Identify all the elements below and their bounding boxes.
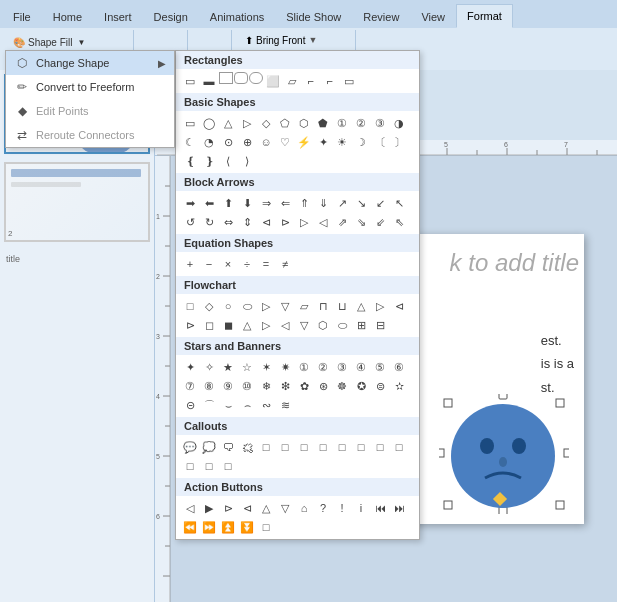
shape-item[interactable]: ⇓	[314, 194, 332, 212]
bring-front-arrow[interactable]: ▼	[308, 35, 317, 45]
shape-item[interactable]: ↙	[371, 194, 389, 212]
shape-item[interactable]: △	[219, 114, 237, 132]
shape-item[interactable]: ⚡	[295, 133, 313, 151]
shape-item[interactable]: =	[257, 255, 275, 273]
shape-item[interactable]: ⊛	[314, 377, 332, 395]
shape-item[interactable]: ⇒	[257, 194, 275, 212]
shape-item[interactable]: ⑥	[390, 358, 408, 376]
shape-item[interactable]: ◁	[181, 499, 199, 517]
shape-item[interactable]: 〕	[390, 133, 408, 151]
convert-freeform-item[interactable]: ✏ Convert to Freeform	[6, 75, 174, 99]
shape-item[interactable]: !	[333, 499, 351, 517]
shape-item[interactable]: ⊙	[219, 133, 237, 151]
shape-item[interactable]: □	[219, 457, 237, 475]
shape-item[interactable]: □	[181, 297, 199, 315]
shape-item[interactable]: ↻	[200, 213, 218, 231]
shape-item[interactable]: □	[257, 438, 275, 456]
tab-format[interactable]: Format	[456, 4, 513, 28]
tab-home[interactable]: Home	[42, 4, 93, 28]
shape-item[interactable]: □	[200, 457, 218, 475]
shape-fill-button[interactable]: 🎨 Shape Fill ▼	[8, 32, 129, 52]
shape-item[interactable]: ◻	[200, 316, 218, 334]
shape-item[interactable]: 💬	[181, 438, 199, 456]
shape-item[interactable]: ④	[352, 358, 370, 376]
shape-item[interactable]	[219, 72, 233, 84]
shape-item[interactable]: □	[181, 457, 199, 475]
shape-item[interactable]: ◁	[314, 213, 332, 231]
shape-item[interactable]: ②	[352, 114, 370, 132]
shape-item[interactable]: □	[257, 518, 275, 536]
shape-item[interactable]: ☾	[181, 133, 199, 151]
shape-item[interactable]: ⇕	[238, 213, 256, 231]
tab-animations[interactable]: Animations	[199, 4, 275, 28]
shape-item[interactable]: ⊲	[257, 213, 275, 231]
shape-item[interactable]: ◔	[200, 133, 218, 151]
shape-item[interactable]: ⊓	[314, 297, 332, 315]
shape-item[interactable]: ③	[371, 114, 389, 132]
shape-item[interactable]: ◯	[200, 114, 218, 132]
shape-item[interactable]: ▷	[295, 213, 313, 231]
shape-item[interactable]: ▭	[340, 72, 358, 90]
shape-item[interactable]: ★	[219, 358, 237, 376]
shape-item[interactable]: ⬡	[314, 316, 332, 334]
shape-item[interactable]: ⑩	[238, 377, 256, 395]
shape-item[interactable]: 💭	[200, 438, 218, 456]
shape-item[interactable]: ⇐	[276, 194, 294, 212]
shape-item[interactable]: ⊕	[238, 133, 256, 151]
shape-item[interactable]: ◇	[200, 297, 218, 315]
shape-item[interactable]: ✶	[257, 358, 275, 376]
shape-item[interactable]: ▭	[181, 114, 199, 132]
slide-thumb-2[interactable]: 2	[4, 162, 150, 242]
shape-item[interactable]: △	[352, 297, 370, 315]
shape-item[interactable]: ↘	[352, 194, 370, 212]
shape-item[interactable]: ▬	[200, 72, 218, 90]
shape-item[interactable]: ⑤	[371, 358, 389, 376]
shape-item[interactable]: ⌢	[238, 396, 256, 414]
shape-item[interactable]: ①	[333, 114, 351, 132]
bring-front-button[interactable]: ⬆ Bring Front ▼	[240, 32, 351, 49]
shape-item[interactable]: ▱	[295, 297, 313, 315]
shape-item[interactable]: ⊳	[219, 499, 237, 517]
shape-item[interactable]: ▽	[295, 316, 313, 334]
shape-item[interactable]: 〔	[371, 133, 389, 151]
shape-item[interactable]: ⌐	[321, 72, 339, 90]
shape-item[interactable]: ⇖	[390, 213, 408, 231]
shape-item[interactable]: ☺	[257, 133, 275, 151]
shape-item[interactable]: ◼	[219, 316, 237, 334]
shape-item[interactable]: ❴	[181, 152, 199, 170]
shape-item[interactable]: ⌒	[200, 396, 218, 414]
shape-item[interactable]: ⌂	[295, 499, 313, 517]
shape-item[interactable]: ✦	[181, 358, 199, 376]
shape-item[interactable]: ≠	[276, 255, 294, 273]
shape-item[interactable]: △	[238, 316, 256, 334]
shape-item[interactable]	[249, 72, 263, 84]
shape-item[interactable]: ⌐	[302, 72, 320, 90]
shape-item[interactable]: 🗯	[238, 438, 256, 456]
shape-item[interactable]: ⇑	[295, 194, 313, 212]
shape-item[interactable]: ⬡	[295, 114, 313, 132]
shape-item[interactable]: ⇔	[219, 213, 237, 231]
shape-item[interactable]: ✪	[352, 377, 370, 395]
shape-item[interactable]: ✫	[390, 377, 408, 395]
shape-item[interactable]: ✧	[200, 358, 218, 376]
shape-item[interactable]: ⏬	[238, 518, 256, 536]
tab-design[interactable]: Design	[143, 4, 199, 28]
tab-view[interactable]: View	[410, 4, 456, 28]
shape-item[interactable]: □	[371, 438, 389, 456]
tab-review[interactable]: Review	[352, 4, 410, 28]
shape-item[interactable]: ⊳	[181, 316, 199, 334]
shape-item[interactable]: ▽	[276, 297, 294, 315]
shape-item[interactable]: ⏭	[390, 499, 408, 517]
shape-item[interactable]: ⑦	[181, 377, 199, 395]
shape-item[interactable]: ⇘	[352, 213, 370, 231]
shape-item[interactable]: −	[200, 255, 218, 273]
shape-item[interactable]: ⬟	[314, 114, 332, 132]
shape-item[interactable]: ⟨	[219, 152, 237, 170]
shape-item[interactable]: ▭	[181, 72, 199, 90]
shape-item[interactable]: ⬭	[238, 297, 256, 315]
shape-item[interactable]: ⇙	[371, 213, 389, 231]
shape-item[interactable]: ∾	[257, 396, 275, 414]
shape-item[interactable]: ↗	[333, 194, 351, 212]
shape-item[interactable]: ◇	[257, 114, 275, 132]
shape-item[interactable]: ⬠	[276, 114, 294, 132]
